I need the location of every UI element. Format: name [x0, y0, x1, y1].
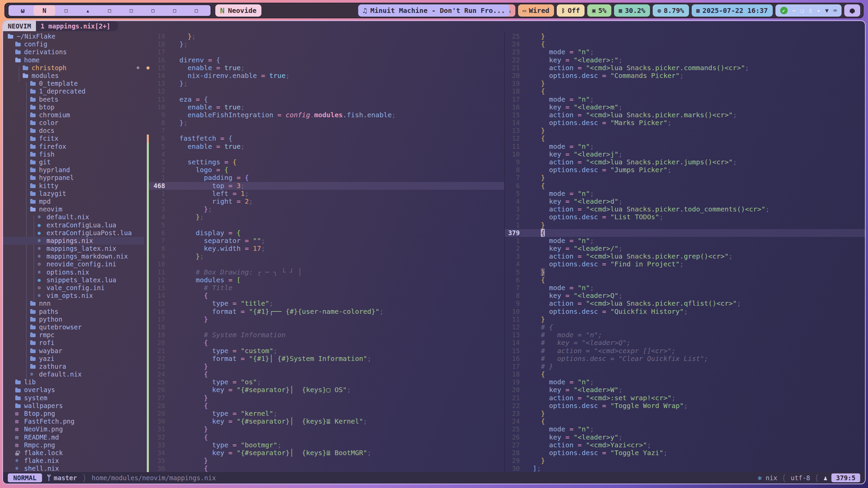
code-line[interactable]: 12 # {: [505, 323, 865, 331]
clock-widget[interactable]: ▦2025-07-22 16:37: [692, 4, 773, 17]
code-line[interactable]: 14 {: [147, 292, 504, 300]
tree-item-fcitx[interactable]: fcitx: [3, 135, 144, 142]
code-line[interactable]: 19 # System Information: [147, 331, 504, 339]
tree-item-git[interactable]: git: [3, 158, 144, 166]
tree-item-zathura[interactable]: zathura: [3, 363, 144, 370]
tree-item-vale-config-ini[interactable]: ⚙vale_config.ini: [3, 284, 144, 292]
tree-item-mappings-latex-nix[interactable]: ❄mappings_latex.nix: [3, 245, 144, 252]
code-line[interactable]: 28 options.desc = "Toggle Yazi";: [505, 449, 865, 457]
code-line[interactable]: 7 mode = "n";: [505, 284, 865, 292]
code-line[interactable]: 379 {: [505, 229, 865, 237]
tree-item-extraconfiglua-lua[interactable]: ●extraConfigLua.lua: [3, 221, 144, 229]
code-line[interactable]: 4 options.desc = "Find in Project";: [505, 260, 865, 268]
code-line[interactable]: 14 options.desc = "Marks Picker";: [505, 119, 865, 127]
code-line[interactable]: 4 };: [147, 213, 504, 221]
code-line[interactable]: 20 key = "<leader>W";: [505, 386, 865, 394]
code-line[interactable]: 23 }: [147, 363, 504, 370]
code-line[interactable]: 5 enable = true;: [147, 143, 504, 150]
code-line[interactable]: 8 };: [147, 119, 504, 127]
code-line[interactable]: 26 key = "<leader>y";: [505, 433, 865, 441]
tree-item-lib[interactable]: lib: [3, 378, 144, 386]
code-line[interactable]: 5: [147, 221, 504, 229]
code-line[interactable]: 15 enable = true;: [147, 64, 504, 72]
tree-item-derivations[interactable]: derivations: [3, 48, 144, 56]
tree-item-waybar[interactable]: waybar: [3, 347, 144, 355]
tree-item-snippets-latex-lua[interactable]: ●snippets_latex.lua: [3, 276, 144, 284]
tree-item-neovim-png[interactable]: ▨NeoVim.png: [3, 425, 144, 433]
code-line[interactable]: 10 options.desc = "Quickfix History";: [505, 308, 865, 316]
code-line[interactable]: 6 {: [505, 182, 865, 190]
memory-widget[interactable]: ▦30.2%: [614, 4, 650, 17]
code-line[interactable]: 2 right = 2;: [147, 198, 504, 205]
code-line[interactable]: 14 nix-direnv.enable = true;: [147, 72, 504, 80]
code-line[interactable]: 3 };: [147, 205, 504, 213]
workspace-square-icon[interactable]: □: [55, 5, 77, 16]
code-line[interactable]: 2 key = "<leader>/";: [505, 245, 865, 252]
tray-mustache-icon[interactable]: ∽: [792, 7, 796, 14]
code-line[interactable]: 13 # Title: [147, 284, 504, 292]
code-line[interactable]: 32 {: [147, 433, 504, 441]
workspace-fire-icon[interactable]: ▴: [77, 5, 99, 16]
tree-item-yazi[interactable]: yazi: [3, 355, 144, 363]
code-line[interactable]: 8 options.desc = "Jumps Picker";: [505, 166, 865, 174]
workspace-square-icon[interactable]: □: [185, 5, 207, 16]
tree-item-shell-nix[interactable]: ❄shell.nix: [3, 465, 144, 472]
code-line[interactable]: 10: [147, 260, 504, 268]
code-line[interactable]: 25 type = "os";: [147, 378, 504, 386]
tree-item-fish[interactable]: fish: [3, 150, 144, 158]
system-tray[interactable]: ✔∽❏▯✦▼⌨: [775, 4, 842, 17]
workspace-square-icon[interactable]: □: [164, 5, 185, 16]
code-line[interactable]: 17: [147, 48, 504, 56]
tree-item-1-deprecated[interactable]: 1_deprecated: [3, 87, 144, 95]
tray-window-icon[interactable]: ❏: [801, 7, 804, 14]
code-line[interactable]: 13 }: [505, 127, 865, 135]
code-line[interactable]: 16 format = "{#1}┌── {#}{user-name-color…: [147, 308, 504, 316]
code-line[interactable]: 24 {: [505, 40, 865, 48]
code-line[interactable]: 16 # options.desc = "Clear Quickfix List…: [505, 355, 865, 363]
tree-item-options-nix[interactable]: ❄options.nix: [3, 268, 144, 276]
tree-item-python[interactable]: python: [3, 316, 144, 323]
tree-item-overlays[interactable]: overlays: [3, 386, 144, 394]
code-line[interactable]: 19 }: [505, 80, 865, 87]
code-line[interactable]: 6 display = {: [147, 229, 504, 237]
code-line[interactable]: 24 {: [147, 370, 504, 378]
tree-item-lazygit[interactable]: lazygit: [3, 190, 144, 198]
code-line[interactable]: 20 options.desc = "Commands Picker";: [505, 72, 865, 80]
tree-item-qutebrowser[interactable]: qutebrowser: [3, 323, 144, 331]
tree-item-firefox[interactable]: firefox: [3, 143, 144, 150]
tree-item-paths[interactable]: paths: [3, 308, 144, 316]
code-line[interactable]: 11 }: [505, 316, 865, 323]
code-line[interactable]: 468 top = 3;: [147, 182, 504, 190]
media-player-widget[interactable]: ♫ Minuit Machine - Don't Run Fro...: [358, 4, 510, 17]
tray-triangle-icon[interactable]: ▼: [825, 7, 829, 14]
code-line[interactable]: 10 enable = true;: [147, 103, 504, 111]
tree-item-default-nix[interactable]: ❄default.nix: [3, 213, 144, 221]
code-line[interactable]: 3 action = "<cmd>lua Snacks.picker.todo_…: [505, 205, 865, 213]
workspace-nvim-icon[interactable]: N: [34, 5, 55, 16]
tree-item-mappings-markdown-nix[interactable]: ❄mappings_markdown.nix: [3, 252, 144, 260]
active-window-pill[interactable]: N Neovide: [215, 4, 261, 17]
tree-item-kitty[interactable]: kitty: [3, 182, 144, 190]
code-line[interactable]: 19 mode = "n";: [505, 378, 865, 386]
code-line[interactable]: 1 }: [505, 221, 865, 229]
code-line[interactable]: 18 };: [147, 40, 504, 48]
tree-item-neovide-config-ini[interactable]: ⚙neovide_config.ini: [3, 260, 144, 268]
code-line[interactable]: 7 separator = "";: [147, 237, 504, 245]
code-line[interactable]: 13 # mode = "n";: [505, 331, 865, 339]
code-line[interactable]: 27 }: [147, 394, 504, 402]
code-line[interactable]: 11 mode = "n";: [505, 143, 865, 150]
tree-item-0-template[interactable]: 0_template: [3, 80, 144, 87]
code-line[interactable]: 6 fastfetch = {: [147, 135, 504, 142]
tree-item-color[interactable]: color: [3, 119, 144, 127]
code-line[interactable]: 2 options.desc = "List TODOs";: [505, 213, 865, 221]
workspace-square-icon[interactable]: □: [142, 5, 164, 16]
tree-item-flake-lock[interactable]: flake.lock: [3, 449, 144, 457]
code-line[interactable]: 18 {: [505, 87, 865, 95]
code-line[interactable]: 31 }: [147, 425, 504, 433]
tree-item-chromium[interactable]: chromium: [3, 111, 144, 119]
code-line[interactable]: 4: [147, 150, 504, 158]
tree-item-readme-md[interactable]: ▤README.md: [3, 433, 144, 441]
tree-item-hyprpanel[interactable]: hyprpanel: [3, 174, 144, 182]
code-line[interactable]: 24 {: [505, 418, 865, 425]
code-line[interactable]: 12: [147, 87, 504, 95]
